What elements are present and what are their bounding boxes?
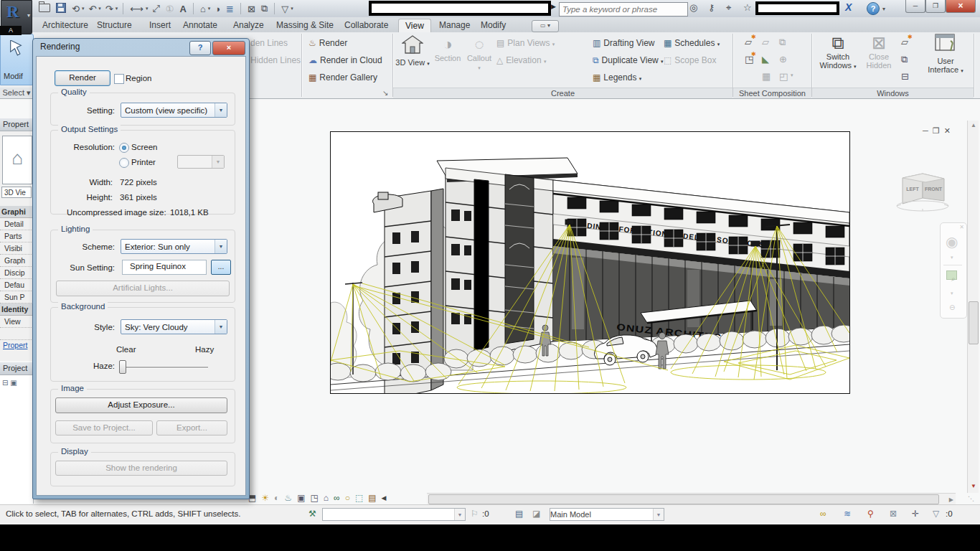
undo-icon[interactable]: ↶ — [87, 4, 98, 14]
tab-collaborate[interactable]: Collaborate — [338, 19, 395, 32]
property-row[interactable]: Discip — [0, 267, 33, 279]
communication-center-icon[interactable]: ⌖ — [726, 2, 731, 14]
model-viewport[interactable]: BUILDING INFORMATION MODELING SOLUTIONS … — [330, 131, 850, 394]
exchange-apps-icon[interactable]: X — [845, 1, 852, 13]
help-dropdown-icon[interactable]: ▾ — [882, 6, 885, 12]
filter-icon[interactable]: ▽ — [280, 4, 290, 14]
reveal-constraints-icon[interactable]: ▤ — [368, 493, 376, 503]
viewcube[interactable]: LEFT FRONT — [894, 166, 951, 214]
render-gallery-button[interactable]: ▦Render Gallery — [308, 72, 377, 83]
reveal-hidden-elements-icon[interactable]: ○ — [345, 493, 350, 503]
quality-setting-combo[interactable]: Custom (view specific)▼ — [121, 103, 227, 118]
horizontal-scroll-thumb[interactable] — [428, 494, 939, 504]
render-in-cloud-button[interactable]: ☁Render in Cloud — [308, 55, 382, 65]
text-icon[interactable]: A — [178, 4, 187, 14]
crop-view-icon[interactable]: ▣ — [297, 493, 305, 503]
thin-lines-icon[interactable]: ≣ — [225, 4, 235, 14]
property-row[interactable] — [0, 328, 33, 340]
select-pinned-icon[interactable]: ⚲ — [867, 509, 874, 519]
close-button[interactable]: × — [946, 0, 976, 13]
select-underlay-icon[interactable]: ≋ — [844, 509, 851, 519]
redo-icon[interactable]: ↷ — [104, 4, 115, 14]
browser-tree-node[interactable]: ⊟ ▣ — [2, 379, 17, 387]
dialog-close-button[interactable]: × — [212, 41, 245, 55]
render-panel-launcher-icon[interactable]: ↘ — [382, 89, 388, 97]
dialog-help-button[interactable]: ? — [189, 41, 211, 55]
select-links-icon[interactable]: ∞ — [820, 509, 826, 519]
workset-combo[interactable]: ▼ — [322, 508, 466, 521]
viewbar-collapse-icon[interactable]: ◀ — [382, 494, 387, 501]
active-option-icon[interactable]: ◪ — [532, 509, 540, 519]
haze-slider-thumb[interactable] — [119, 360, 126, 374]
modify-button[interactable]: Modif — [0, 34, 34, 85]
combo-arrow-icon[interactable]: ▼ — [215, 240, 227, 253]
analytical-model-icon[interactable]: ⬚ — [355, 493, 363, 503]
properties-caption[interactable]: Propert — [0, 118, 33, 131]
tab-structure[interactable]: Structure — [90, 19, 138, 32]
combo-arrow-icon[interactable]: ▼ — [215, 320, 227, 334]
navigation-bar[interactable]: ✕ ◉ ▾ ⌕ ▾ ⊖ — [940, 222, 967, 319]
help-icon[interactable]: ? — [867, 2, 880, 15]
subscription-key-icon[interactable]: ⚷ — [708, 2, 715, 13]
infocenter-search[interactable] — [559, 2, 688, 17]
qat-customize-icon[interactable]: ▾ — [291, 6, 293, 11]
aligned-dimension-icon[interactable]: ⤢ — [151, 3, 161, 14]
switch-windows-button[interactable]: ⧉ Switch Windows ▾ — [818, 34, 858, 70]
navbar-collapse-icon[interactable]: ⊖ — [949, 303, 955, 311]
guide-grid-icon[interactable]: ◣ — [762, 54, 769, 65]
drag-on-selection-icon[interactable]: ✛ — [912, 509, 919, 519]
property-row[interactable]: Visibi — [0, 242, 33, 255]
type-preview[interactable]: ⌂ — [2, 136, 32, 184]
tile-windows-icon[interactable]: ⊟ — [901, 71, 909, 82]
close-hidden-windows-icon[interactable]: ⊠ — [246, 4, 257, 14]
tab-manage[interactable]: Manage — [433, 19, 476, 32]
property-row[interactable]: View — [0, 316, 33, 328]
tab-architecture[interactable]: Architecture — [36, 19, 95, 32]
measure-icon[interactable]: ⟷ — [128, 4, 145, 14]
search-input[interactable] — [560, 3, 687, 16]
vertical-scroll-thumb[interactable] — [969, 301, 979, 344]
render-button[interactable]: ♨Render — [308, 38, 347, 48]
sun-setting-field[interactable]: Spring Equinox — [122, 260, 207, 275]
rendering-dialog[interactable]: Rendering ? × Render Region Quality Sett… — [32, 38, 250, 499]
default-3d-view-icon[interactable]: ⌂ — [199, 4, 207, 14]
property-row[interactable]: Graph — [0, 255, 33, 267]
measure-dropdown-icon[interactable]: ▾ — [146, 6, 149, 11]
background-style-combo[interactable]: Sky: Very Cloudy▼ — [121, 319, 227, 334]
property-row[interactable]: Detail — [0, 218, 33, 230]
zoom-dropdown-icon[interactable]: ▾ — [951, 291, 953, 296]
open-icon[interactable] — [37, 4, 52, 14]
property-group-identity[interactable]: Identity — [0, 303, 33, 316]
worksets-icon[interactable]: ⚒ — [308, 509, 316, 519]
property-row[interactable]: Sun P — [0, 291, 33, 303]
horizontal-scrollbar[interactable]: ▶ — [427, 493, 956, 504]
scroll-up-icon[interactable]: ▲ — [971, 122, 976, 128]
view-minimize-icon[interactable]: ─ — [923, 126, 933, 135]
viewcube-left-label[interactable]: LEFT — [906, 187, 919, 192]
tab-massing-site[interactable]: Massing & Site — [270, 19, 340, 32]
tab-view[interactable]: View — [398, 19, 431, 33]
favorites-star-icon[interactable]: ☆ — [743, 2, 752, 13]
property-row[interactable]: Defau — [0, 279, 33, 291]
show-rendering-dialog-icon[interactable]: ♨ — [284, 493, 292, 503]
wheel-dropdown-icon[interactable]: ▾ — [951, 255, 953, 260]
show-crop-region-icon[interactable]: ◳ — [310, 493, 318, 503]
create-3d-view-button[interactable]: 3D View ▾ — [395, 35, 430, 67]
design-options-icon[interactable]: ▤ — [515, 509, 523, 519]
duplicate-view-button[interactable]: ⧉Duplicate View ▾ — [593, 55, 664, 65]
editable-only-icon[interactable]: ⚐ — [471, 509, 479, 519]
cascade-windows-icon[interactable]: ⧉ — [901, 54, 908, 65]
locked-3d-view-icon[interactable]: ⌂ — [324, 493, 329, 503]
property-row[interactable]: Parts — [0, 230, 33, 242]
property-group-graphics[interactable]: Graphi — [0, 206, 33, 218]
restore-button[interactable]: ❐ — [925, 0, 946, 13]
tab-annotate[interactable]: Annotate — [176, 19, 224, 32]
design-option-combo[interactable]: Main Model▼ — [550, 508, 664, 521]
switch-windows-icon[interactable]: ⧉ — [260, 3, 269, 14]
ribbon-display-toggle[interactable]: ▭ ▾ — [532, 20, 559, 32]
view3d-dropdown-icon[interactable]: ▾ — [208, 6, 211, 11]
lighting-scheme-combo[interactable]: Exterior: Sun only▼ — [121, 239, 227, 254]
redo-dropdown-icon[interactable]: ▾ — [116, 6, 118, 11]
sync-dropdown-icon[interactable]: ▾ — [82, 6, 85, 11]
undo-dropdown-icon[interactable]: ▾ — [98, 6, 101, 11]
